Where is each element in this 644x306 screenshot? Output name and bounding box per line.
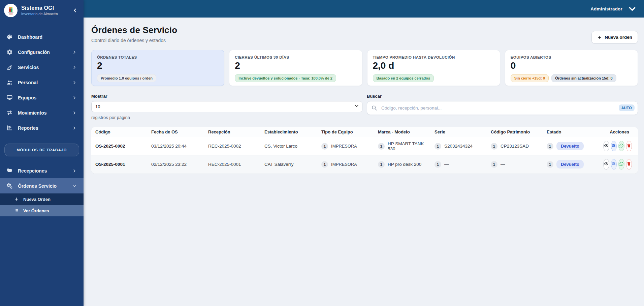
page-subtitle: Control diario de órdenes y estados xyxy=(91,38,177,43)
count-badge: 1 xyxy=(321,143,328,150)
sidebar-item-movimientos[interactable]: Movimientos xyxy=(0,105,84,120)
whatsapp-button[interactable] xyxy=(618,159,624,170)
status-badge: Devuelto xyxy=(556,142,584,150)
count-badge: 1 xyxy=(378,161,385,168)
sidebar-item-recepciones[interactable]: Recepciones xyxy=(0,163,84,178)
sidebar-item-label: Movimientos xyxy=(18,110,67,116)
status-badge: Devuelto xyxy=(556,160,584,169)
cell-text: — xyxy=(444,162,449,167)
cell-establecimiento: CAT Salaverry xyxy=(260,155,317,174)
sidebar-item-label: Recepciones xyxy=(18,168,67,174)
sidebar-item-ordenes-servicio[interactable]: Órdenes Servicio xyxy=(0,178,84,193)
stats-row: ÓRDENES TOTALES2Promedio 1.0 equipos / o… xyxy=(91,50,638,86)
table-header-row: CódigoFecha de OSRecepciónEstablecimient… xyxy=(91,127,638,137)
topbar: Administrador xyxy=(84,0,644,18)
stat-card-ordenes-totales[interactable]: ÓRDENES TOTALES2Promedio 1.0 equipos / o… xyxy=(91,50,224,86)
chevron-down-icon xyxy=(72,184,77,188)
filter-row: Mostrar 10 registros por página Buscar A… xyxy=(91,94,638,120)
column-header-tipo-de-equipo: Tipo de Equipo xyxy=(317,127,374,137)
stat-card-cierres-ultimos-30-dias[interactable]: CIERRES ÚLTIMOS 30 DÍAS2Incluye devuelto… xyxy=(229,50,362,86)
whatsapp-button[interactable] xyxy=(618,141,624,151)
chevron-right-icon xyxy=(72,111,77,115)
stat-card-tiempo-promedio-hasta-devolucion[interactable]: TIEMPO PROMEDIO HASTA DEVOLUCIÓN2,0 dBas… xyxy=(367,50,500,86)
cell-acciones xyxy=(599,155,638,174)
people-icon xyxy=(6,79,13,86)
auto-badge[interactable]: AUTO xyxy=(619,104,635,111)
sidebar-subitem-ver-ordenes[interactable]: Ver Órdenes xyxy=(0,205,84,216)
stat-value: 0 xyxy=(511,61,632,70)
monitor-icon xyxy=(6,94,13,101)
stat-badge: Órdenes sin actualización 15d: 0 xyxy=(551,74,616,82)
sidebar: Sistema OGI Inventario de Almacén Dashbo… xyxy=(0,0,84,306)
orders-table: CódigoFecha de OSRecepciónEstablecimient… xyxy=(91,127,638,174)
count-badge: 1 xyxy=(321,161,328,168)
delete-button[interactable] xyxy=(626,141,632,151)
column-header-marca-modelo: Marca - Modelo xyxy=(374,127,430,137)
stat-value: 2,0 d xyxy=(373,61,494,70)
cell-tipo: 1IMPRESORA xyxy=(317,155,374,174)
sidebar-item-servicios[interactable]: Servicios xyxy=(0,60,84,75)
orders-table-card: CódigoFecha de OSRecepciónEstablecimient… xyxy=(91,127,638,174)
cell-text: IMPRESORA xyxy=(331,144,357,149)
chevron-right-icon xyxy=(72,80,77,85)
column-header-establecimiento: Establecimiento xyxy=(260,127,317,137)
cell-estado: 1Devuelto xyxy=(543,155,599,174)
sidebar-item-label: Equipos xyxy=(18,95,67,100)
stat-card-equipos-abiertos[interactable]: EQUIPOS ABIERTOS0Sin cierre +15d: 0Órden… xyxy=(505,50,638,86)
sidebar-modules-nav: RecepcionesÓrdenes Servicio xyxy=(0,159,84,193)
new-order-button[interactable]: Nueva orden xyxy=(591,31,638,43)
delete-button[interactable] xyxy=(626,159,632,170)
count-badge: 1 xyxy=(378,143,385,150)
cell-patrimonio: 1CP23123SAD xyxy=(487,137,543,155)
column-header-serie: Serie xyxy=(430,127,487,137)
count-badge: 1 xyxy=(491,143,497,150)
view-button[interactable] xyxy=(603,159,609,170)
main-content: Órdenes de Servicio Control diario de ór… xyxy=(84,18,644,306)
cell-text: HP pro desk 200 xyxy=(388,162,421,167)
page-size-block: Mostrar 10 registros por página xyxy=(91,94,362,120)
sidebar-item-label: Órdenes Servicio xyxy=(18,183,67,189)
table-row: OS-2025-000203/12/2025 20:44REC-2025-000… xyxy=(91,137,638,155)
detail-button[interactable] xyxy=(611,141,617,151)
column-header-codigo: Código xyxy=(91,127,147,137)
cell-estado: 1Devuelto xyxy=(543,137,599,155)
eye-icon xyxy=(604,143,609,149)
sidebar-item-configuracion[interactable]: Configuración xyxy=(0,44,84,60)
count-badge: 1 xyxy=(547,161,553,168)
sidebar-subitem-nueva-orden[interactable]: Nueva Orden xyxy=(0,193,84,205)
sidebar-item-personal[interactable]: Personal xyxy=(0,75,84,90)
stat-label: EQUIPOS ABIERTOS xyxy=(511,55,632,59)
cell-codigo: OS-2025-0001 xyxy=(91,155,147,174)
app-subtitle: Inventario de Almacén xyxy=(21,12,68,16)
search-input[interactable] xyxy=(367,101,638,115)
page-size-select[interactable]: 10 xyxy=(91,101,362,112)
search-label: Buscar xyxy=(367,94,638,99)
show-label: Mostrar xyxy=(91,94,362,99)
sidebar-item-equipos[interactable]: Equipos xyxy=(0,90,84,105)
plus-icon xyxy=(597,35,602,40)
page-size-hint: registros por página xyxy=(91,115,362,120)
column-header-codigo-patrimonio: Código Patrimonio xyxy=(487,127,543,137)
search-icon xyxy=(371,105,377,111)
cell-text: CP23123SAD xyxy=(501,144,529,149)
stat-label: TIEMPO PROMEDIO HASTA DEVOLUCIÓN xyxy=(373,55,494,59)
stat-label: ÓRDENES TOTALES xyxy=(97,55,219,59)
trash-icon xyxy=(626,161,631,167)
sidebar-submenu: Nueva OrdenVer Órdenes xyxy=(0,193,84,216)
sidebar-item-reportes[interactable]: Reportes xyxy=(0,120,84,135)
detail-button[interactable] xyxy=(611,159,617,170)
view-button[interactable] xyxy=(603,141,609,151)
syringe-icon xyxy=(6,64,13,71)
sidebar-item-dashboard[interactable]: Dashboard xyxy=(0,29,84,44)
cell-acciones xyxy=(599,137,638,155)
page-title: Órdenes de Servicio xyxy=(91,25,177,35)
stat-value: 2 xyxy=(97,61,219,70)
chevron-right-icon xyxy=(72,50,77,54)
cell-tipo: 1IMPRESORA xyxy=(317,137,374,155)
eye-icon xyxy=(604,161,609,167)
user-menu[interactable]: Administrador xyxy=(590,4,637,13)
count-badge: 1 xyxy=(434,161,441,168)
chevron-right-icon xyxy=(72,169,77,173)
cell-codigo: OS-2025-0002 xyxy=(91,137,147,155)
sidebar-collapse-button[interactable] xyxy=(71,7,79,14)
